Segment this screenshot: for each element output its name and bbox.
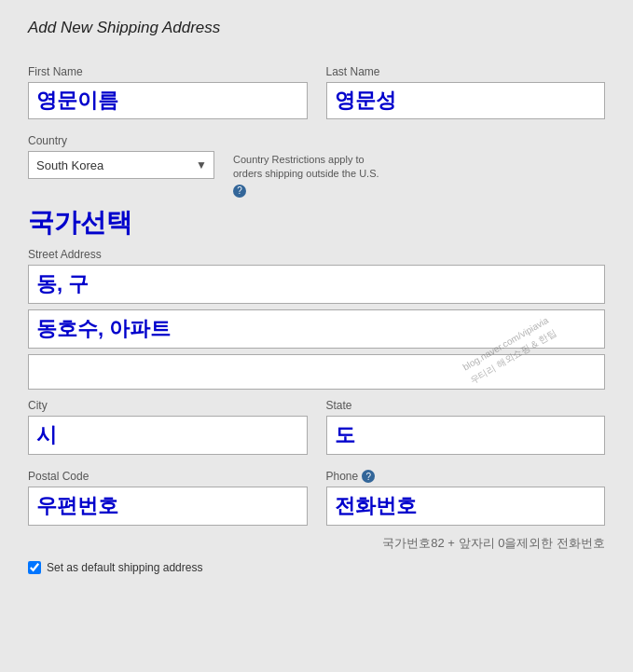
phone-input[interactable] (326, 487, 606, 526)
last-name-label: Last Name (326, 65, 606, 78)
country-select-wrapper: South Korea United States Canada ▼ (28, 151, 214, 179)
postal-input[interactable] (28, 487, 308, 526)
city-state-row: City State (28, 399, 605, 455)
default-shipping-checkbox[interactable] (28, 561, 41, 574)
street-line2-input[interactable] (28, 309, 605, 349)
phone-question-icon[interactable]: ? (362, 470, 375, 483)
city-group: City (28, 399, 308, 455)
street-line1-input[interactable] (28, 265, 605, 304)
phone-label: Phone (326, 470, 359, 483)
street-line3-input[interactable] (28, 354, 605, 390)
postal-phone-row: Postal Code Phone ? (28, 470, 605, 526)
default-shipping-label: Set as default shipping address (47, 561, 202, 574)
phone-hint: 국가번호82 + 앞자리 0을제외한 전화번호 (28, 535, 605, 552)
country-label: Country (28, 134, 605, 147)
name-row: First Name Last Name (28, 65, 605, 119)
state-label: State (326, 399, 606, 412)
page-container: Add New Shipping Address First Name Last… (0, 0, 633, 672)
state-group: State (326, 399, 606, 455)
phone-label-row: Phone ? (326, 470, 606, 483)
first-name-group: First Name (28, 65, 308, 119)
default-shipping-row: Set as default shipping address (28, 561, 605, 574)
country-korean-label: 국가선택 (28, 205, 605, 240)
city-label: City (28, 399, 308, 412)
city-input[interactable] (28, 416, 308, 455)
page-title: Add New Shipping Address (28, 19, 605, 37)
postal-label: Postal Code (28, 470, 308, 483)
country-restriction-text: Country Restrictions apply to orders shi… (233, 151, 382, 198)
last-name-group: Last Name (326, 65, 606, 119)
country-select[interactable]: South Korea United States Canada (28, 151, 214, 179)
postal-group: Postal Code (28, 470, 308, 526)
last-name-input[interactable] (326, 82, 606, 119)
street-section: Street Address (28, 248, 605, 390)
phone-group: Phone ? (326, 470, 606, 526)
country-question-icon[interactable]: ? (233, 185, 246, 198)
street-label: Street Address (28, 248, 605, 261)
first-name-input[interactable] (28, 82, 308, 119)
country-row: South Korea United States Canada ▼ Count… (28, 151, 605, 198)
country-group: Country South Korea United States Canada… (28, 134, 605, 201)
first-name-label: First Name (28, 65, 308, 78)
state-input[interactable] (326, 416, 606, 455)
